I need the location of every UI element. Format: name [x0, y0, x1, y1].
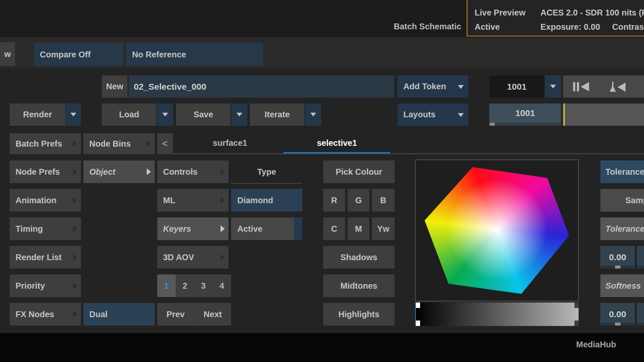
jump-to-start-button[interactable] — [608, 81, 626, 93]
layouts-dropdown[interactable]: Layouts — [397, 103, 468, 126]
shadows-button[interactable]: Shadows — [323, 246, 395, 269]
reference-button[interactable]: No Reference — [126, 43, 263, 66]
render-dropdown[interactable] — [66, 103, 81, 126]
ml-button[interactable]: ML — [157, 189, 229, 212]
setup-name-field[interactable]: 02_Selective_000 — [129, 75, 394, 98]
new-setup-button[interactable]: New — [102, 75, 127, 98]
bottom-bar: MediaHub — [0, 333, 644, 362]
tab-surface1[interactable]: surface1 — [177, 133, 283, 153]
active-tab-underline — [283, 152, 390, 153]
prev-button[interactable]: Prev — [157, 303, 195, 326]
compare-mode-button[interactable]: Compare Off — [34, 43, 123, 66]
batch-prefs-button[interactable]: Batch Prefs — [10, 133, 81, 154]
page-3-button[interactable]: 3 — [194, 274, 213, 297]
chevron-right-icon — [221, 197, 225, 204]
luminance-cursor-top-handle[interactable] — [416, 303, 420, 308]
luminance-right-bottom-notch — [574, 321, 579, 326]
channel-yw-button[interactable]: Yw — [372, 217, 395, 240]
render-button[interactable]: Render — [10, 103, 65, 126]
channel-g-button[interactable]: G — [348, 189, 369, 212]
page-2-button[interactable]: 2 — [176, 274, 194, 297]
channel-c-button[interactable]: C — [323, 217, 345, 240]
save-dropdown[interactable] — [231, 103, 247, 126]
current-frame-value: 1001 — [515, 108, 535, 118]
chevron-right-icon — [73, 168, 77, 175]
playhead-marker[interactable] — [564, 103, 565, 126]
save-button[interactable]: Save — [176, 103, 231, 126]
frame-slider-thumb[interactable] — [490, 123, 495, 126]
prev-next-group: Prev Next — [157, 303, 231, 326]
iterate-dropdown[interactable] — [305, 103, 321, 126]
chevron-right-icon — [221, 168, 225, 175]
softness-value-field[interactable]: 0.00 — [600, 303, 635, 326]
frame-list-dropdown[interactable] — [545, 75, 561, 98]
pause-back-button[interactable] — [572, 81, 591, 93]
chevron-right-icon — [147, 168, 151, 175]
tolerance-value-field-2[interactable]: 0.00 — [637, 246, 644, 269]
dual-toggle-button[interactable]: Dual — [83, 303, 155, 326]
frame-slider-track[interactable] — [490, 123, 561, 126]
pick-colour-button[interactable]: Pick Colour — [323, 160, 395, 183]
colour-policy-panel: Live Preview Active ACES 2.0 - SDR 100 n… — [467, 0, 644, 36]
add-token-dropdown[interactable]: Add Token — [397, 75, 468, 98]
tab-selective1[interactable]: selective1 — [283, 133, 390, 153]
object-popup-button[interactable]: Object — [83, 160, 155, 183]
sidebar-item-fx-nodes[interactable]: FX Nodes — [10, 303, 81, 326]
frame-list-value[interactable]: 1001 — [489, 75, 544, 98]
collapse-tabs-button[interactable]: < — [157, 133, 173, 154]
page-1-button[interactable]: 1 — [157, 274, 176, 297]
sidebar-item-priority[interactable]: Priority — [10, 274, 81, 297]
sidebar-item-timing[interactable]: Timing — [10, 217, 81, 240]
next-button[interactable]: Next — [195, 303, 231, 326]
contrast-label: Contras — [612, 22, 644, 32]
batch-prefs-label: Batch Prefs — [16, 139, 62, 149]
luminance-cursor-bottom-handle[interactable] — [416, 321, 420, 326]
midtones-button[interactable]: Midtones — [323, 274, 395, 297]
node-bins-button[interactable]: Node Bins — [83, 133, 155, 154]
softness-slider-thumb[interactable] — [615, 323, 621, 326]
tolerance-value-field[interactable]: 0.00 — [600, 246, 635, 269]
mediahub-tab[interactable]: MediaHub — [576, 340, 616, 349]
softness-value-field-2[interactable]: 0.00 — [637, 303, 644, 326]
channel-b-button[interactable]: B — [372, 189, 395, 212]
load-dropdown[interactable] — [157, 103, 173, 126]
controls-button[interactable]: Controls — [157, 160, 229, 183]
active-toggle-button[interactable]: Active — [231, 217, 302, 240]
type-label: Type — [231, 160, 302, 183]
sidebar-item-render-list[interactable]: Render List — [10, 246, 81, 269]
luminance-gradient-bar[interactable] — [415, 303, 579, 326]
tolerance-button[interactable]: Tolerance — [600, 160, 644, 183]
aov-button[interactable]: 3D AOV — [157, 246, 229, 269]
timeline-bar[interactable] — [563, 103, 644, 126]
sidebar-item-node-prefs[interactable]: Node Prefs — [10, 160, 81, 183]
current-frame-field[interactable]: 1001 — [489, 103, 561, 126]
softness-slider-track-2[interactable] — [637, 323, 644, 326]
chevron-down-icon — [458, 113, 464, 117]
tolerance-slider-thumb[interactable] — [615, 266, 621, 269]
channel-m-button[interactable]: M — [348, 217, 369, 240]
sidebar-item-animation[interactable]: Animation — [10, 189, 81, 212]
tolerance-slider-track[interactable] — [601, 266, 634, 269]
page-4-button[interactable]: 4 — [213, 274, 231, 297]
layouts-label: Layouts — [403, 110, 436, 119]
node-bins-label: Node Bins — [89, 139, 131, 149]
channel-r-button[interactable]: R — [323, 189, 345, 212]
type-dropdown[interactable]: Diamond — [231, 189, 302, 212]
highlights-button[interactable]: Highlights — [323, 303, 395, 326]
iterate-button[interactable]: Iterate — [250, 103, 304, 126]
load-button[interactable]: Load — [102, 103, 156, 126]
softness-slider-track[interactable] — [601, 323, 634, 326]
colour-wheel-panel — [415, 160, 579, 301]
top-bar: Batch Schematic Live Preview Active ACES… — [0, 0, 644, 37]
view-button-partial[interactable]: w — [0, 42, 15, 66]
batch-schematic-label[interactable]: Batch Schematic — [394, 22, 461, 31]
chevron-right-icon — [221, 254, 225, 261]
chevron-down-icon — [458, 85, 464, 89]
keyers-popup-button[interactable]: Keyers — [157, 217, 229, 240]
tolerance-slider-track-2[interactable] — [637, 266, 644, 269]
rgb-hexagon-picker[interactable] — [415, 160, 578, 301]
chevron-down-icon — [550, 85, 556, 88]
live-preview-status: Active — [475, 22, 500, 32]
sample-button[interactable]: Sample — [600, 189, 644, 212]
chevron-right-icon — [147, 140, 151, 147]
